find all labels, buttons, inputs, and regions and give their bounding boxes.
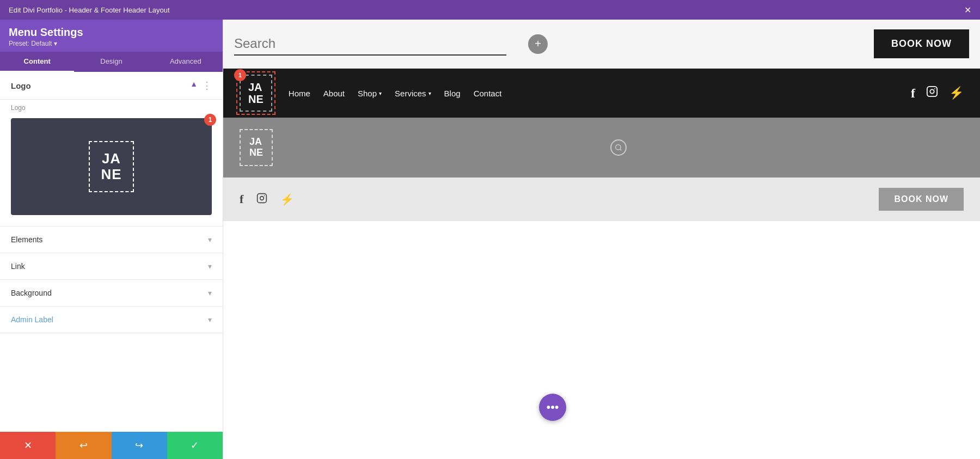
elements-section-header[interactable]: Elements ▾: [0, 227, 223, 253]
elements-section: Elements ▾: [0, 227, 223, 253]
svg-point-6: [260, 196, 264, 200]
logo-section-title: Logo: [11, 81, 31, 90]
panel-title: Menu Settings: [9, 26, 214, 39]
nav-home[interactable]: Home: [289, 89, 310, 98]
book-now-button-bottom[interactable]: BOOK NOW: [879, 188, 964, 211]
nav-services[interactable]: Services ▾: [395, 89, 431, 98]
left-panel: Menu Settings Preset: Default ▾ Content …: [0, 20, 223, 459]
admin-label-section: Admin Label ▾: [0, 307, 223, 333]
floating-options-button[interactable]: •••: [539, 394, 566, 421]
preview-white-area: [223, 221, 980, 459]
tab-content[interactable]: Content: [0, 52, 74, 72]
link-chevron: ▾: [208, 262, 212, 271]
background-chevron: ▾: [208, 289, 212, 297]
logo-section-controls: ▲ ⋮: [190, 79, 212, 91]
nav-blog[interactable]: Blog: [444, 89, 461, 98]
search-wrapper: [234, 33, 506, 56]
preview-sticky-bar: JA NE: [223, 118, 980, 178]
sticky-logo-text: JA NE: [249, 137, 263, 158]
link-title: Link: [11, 262, 25, 271]
close-button[interactable]: ✕: [964, 5, 971, 15]
logo-badge: 1: [204, 114, 216, 126]
svg-rect-0: [927, 87, 937, 96]
background-section-header[interactable]: Background ▾: [0, 280, 223, 306]
admin-label-header[interactable]: Admin Label ▾: [0, 307, 223, 333]
nav-shop[interactable]: Shop ▾: [358, 89, 382, 98]
sticky-search-icon[interactable]: [610, 139, 627, 156]
panel-header: Menu Settings Preset: Default ▾: [0, 20, 223, 52]
cancel-button[interactable]: ✕: [0, 432, 56, 459]
svg-rect-5: [258, 193, 267, 203]
nav-contact[interactable]: Contact: [474, 89, 502, 98]
plus-button[interactable]: +: [528, 34, 548, 54]
redo-button[interactable]: ↪: [112, 432, 167, 459]
preview-logo-badge: 1: [234, 69, 246, 81]
admin-label-chevron: ▾: [208, 315, 212, 324]
preview-book-social: f ⚡: [240, 192, 294, 206]
preview-logo-text: JA NE: [248, 81, 264, 105]
deviantart-icon[interactable]: ⚡: [949, 86, 964, 100]
elements-chevron: ▾: [208, 235, 212, 244]
book-now-button-top[interactable]: BOOK NOW: [874, 29, 969, 58]
main-layout: Menu Settings Preset: Default ▾ Content …: [0, 20, 980, 459]
svg-point-1: [930, 89, 934, 93]
logo-preview-container: 1 JA NE: [0, 114, 223, 226]
tabs-bar: Content Design Advanced: [0, 52, 223, 72]
preview-panel: + BOOK NOW 1 JA NE Home About Shop ▾ Ser…: [223, 20, 980, 459]
preview-header-nav: 1 JA NE Home About Shop ▾ Services ▾ Blo…: [223, 69, 980, 118]
preview-nav: Home About Shop ▾ Services ▾ Blog Contac…: [289, 89, 502, 98]
preview-social-icons: f ⚡: [911, 85, 964, 101]
book-facebook-icon[interactable]: f: [240, 192, 243, 206]
action-bar: ✕ ↩ ↪ ✓: [0, 432, 223, 459]
svg-point-7: [264, 195, 265, 196]
background-section: Background ▾: [0, 280, 223, 307]
tab-advanced[interactable]: Advanced: [149, 52, 223, 72]
svg-line-4: [620, 149, 621, 151]
panel-preset[interactable]: Preset: Default ▾: [9, 40, 214, 47]
logo-label: Logo: [0, 100, 223, 114]
preview-top-bar: + BOOK NOW: [223, 20, 980, 69]
window-title: Edit Divi Portfolio - Header & Footer He…: [9, 6, 170, 14]
background-title: Background: [11, 289, 52, 297]
title-bar: Edit Divi Portfolio - Header & Footer He…: [0, 0, 980, 20]
search-input[interactable]: [234, 33, 506, 56]
logo-preview[interactable]: 1 JA NE: [11, 118, 212, 215]
admin-label-title: Admin Label: [11, 315, 53, 324]
logo-more-options[interactable]: ⋮: [202, 79, 212, 91]
instagram-icon[interactable]: [926, 85, 938, 101]
logo-preview-text: JA NE: [101, 151, 121, 182]
sticky-logo-box[interactable]: JA NE: [240, 129, 273, 166]
tab-design[interactable]: Design: [74, 52, 148, 72]
logo-section: Logo ▲ ⋮ Logo 1 JA NE: [0, 72, 223, 227]
elements-title: Elements: [11, 235, 42, 244]
svg-point-2: [934, 88, 935, 89]
link-section: Link ▾: [0, 253, 223, 280]
preview-logo-box[interactable]: 1 JA NE: [240, 75, 272, 112]
svg-point-3: [615, 145, 620, 150]
book-instagram-icon[interactable]: [256, 193, 267, 206]
book-deviantart-icon[interactable]: ⚡: [280, 193, 294, 206]
link-section-header[interactable]: Link ▾: [0, 253, 223, 279]
facebook-icon[interactable]: f: [911, 86, 915, 101]
nav-about[interactable]: About: [323, 89, 345, 98]
search-container: [234, 33, 506, 56]
logo-toggle-up[interactable]: ▲: [190, 79, 198, 91]
logo-section-header[interactable]: Logo ▲ ⋮: [0, 72, 223, 100]
preview-book-bar: f ⚡ BOOK NOW: [223, 178, 980, 221]
save-button[interactable]: ✓: [167, 432, 223, 459]
logo-inner-box: JA NE: [89, 141, 133, 192]
undo-button[interactable]: ↩: [56, 432, 111, 459]
panel-content: Logo ▲ ⋮ Logo 1 JA NE: [0, 72, 223, 432]
